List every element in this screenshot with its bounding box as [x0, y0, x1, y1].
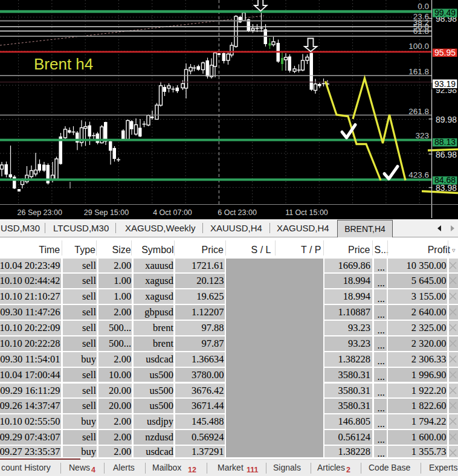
svg-text:61.8: 61.8	[413, 27, 429, 36]
svg-text:261.8: 261.8	[408, 107, 429, 116]
svg-text:83.98: 83.98	[436, 183, 457, 193]
svg-text:11 Oct 15:00: 11 Oct 15:00	[285, 208, 328, 217]
svg-text:0.0: 0.0	[418, 2, 429, 11]
svg-text:100.0: 100.0	[408, 42, 429, 51]
svg-text:86.98: 86.98	[436, 150, 457, 159]
svg-text:6 Oct 23:00: 6 Oct 23:00	[218, 208, 257, 217]
svg-text:99.49: 99.49	[434, 8, 456, 18]
svg-text:Brent h4: Brent h4	[34, 55, 93, 73]
svg-text:29 Sep 15:00: 29 Sep 15:00	[84, 208, 129, 217]
svg-text:423.6: 423.6	[408, 170, 429, 179]
svg-text:323: 323	[415, 131, 429, 140]
svg-text:161.8: 161.8	[408, 67, 429, 76]
svg-text:95.95: 95.95	[434, 48, 456, 57]
svg-text:26 Sep 23:00: 26 Sep 23:00	[18, 208, 62, 217]
svg-text:89.98: 89.98	[436, 115, 457, 124]
svg-text:88.13: 88.13	[434, 137, 456, 147]
svg-text:93.19: 93.19	[434, 79, 456, 89]
svg-text:4 Oct 07:00: 4 Oct 07:00	[153, 208, 192, 217]
